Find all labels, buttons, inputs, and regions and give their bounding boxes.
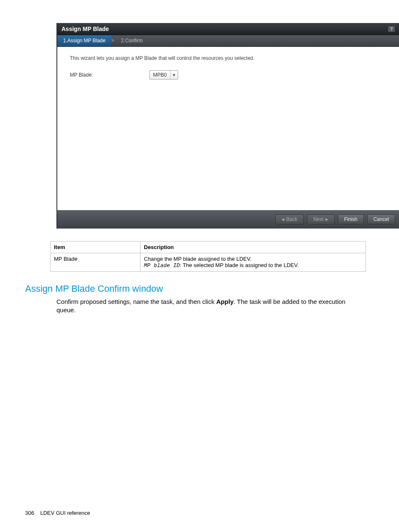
back-button: ◀ Back: [275, 214, 304, 224]
wizard-body: This wizard lets you assign a MP Blade t…: [57, 47, 399, 210]
triangle-right-icon: ▶: [325, 217, 328, 221]
table-cell-item: MP Blade: [51, 253, 141, 272]
wizard-instruction: This wizard lets you assign a MP Blade t…: [70, 55, 387, 61]
wizard-step-1[interactable]: 1.Assign MP Blade: [57, 35, 111, 46]
mp-blade-row: MP Blade: MPB0 ▾: [70, 70, 387, 80]
triangle-left-icon: ◀: [281, 217, 284, 221]
mp-blade-label: MP Blade:: [70, 72, 145, 78]
cancel-button[interactable]: Cancel: [367, 214, 395, 224]
mp-blade-select[interactable]: MPB0 ▾: [149, 70, 178, 80]
help-icon[interactable]: ?: [388, 26, 395, 32]
assign-mp-blade-wizard: Assign MP Blade ? 1.Assign MP Blade > 2.…: [56, 23, 399, 229]
wizard-title: Assign MP Blade: [61, 26, 109, 32]
table-header-row: Item Description: [51, 242, 366, 253]
page-number: 306: [25, 510, 34, 516]
desc-mono: MP blade ID: [144, 262, 180, 269]
wizard-footer: ◀ Back Next ▶ Finish Cancel: [57, 210, 399, 229]
para-before: Confirm proposed settings, name the task…: [56, 298, 216, 305]
para-bold: Apply: [216, 298, 234, 305]
next-button-label: Next: [313, 216, 324, 222]
wizard-step-2[interactable]: 2.Confirm: [115, 35, 148, 46]
finish-button[interactable]: Finish: [338, 214, 364, 224]
table-header-item: Item: [51, 242, 141, 253]
page-footer: 306 LDEV GUI reference: [25, 510, 90, 516]
back-button-label: Back: [286, 216, 297, 222]
section-heading: Assign MP Blade Confirm window: [25, 283, 378, 294]
finish-button-label: Finish: [344, 216, 358, 222]
table-row: MP Blade Change the MP blade assigned to…: [51, 253, 366, 272]
titlebar-icon-group: ?: [388, 26, 395, 32]
table-cell-description: Change the MP blade assigned to the LDEV…: [141, 253, 366, 272]
desc-line2-rest: : The selected MP blade is assigned to t…: [180, 262, 299, 268]
wizard-step-bar: 1.Assign MP Blade > 2.Confirm: [57, 35, 399, 47]
desc-line1: Change the MP blade assigned to the LDEV…: [144, 256, 362, 262]
step-separator-icon: >: [111, 35, 115, 46]
next-button: Next ▶: [307, 214, 335, 224]
description-table: Item Description MP Blade Change the MP …: [50, 241, 366, 272]
cancel-button-label: Cancel: [373, 216, 389, 222]
page-chapter: LDEV GUI reference: [40, 510, 90, 516]
desc-line2: MP blade ID: The selected MP blade is as…: [144, 262, 362, 269]
table-header-description: Description: [141, 242, 366, 253]
chevron-down-icon: ▾: [170, 71, 178, 79]
mp-blade-select-value: MPB0: [150, 71, 170, 79]
wizard-titlebar: Assign MP Blade ?: [57, 23, 399, 35]
section-paragraph: Confirm proposed settings, name the task…: [56, 298, 366, 315]
